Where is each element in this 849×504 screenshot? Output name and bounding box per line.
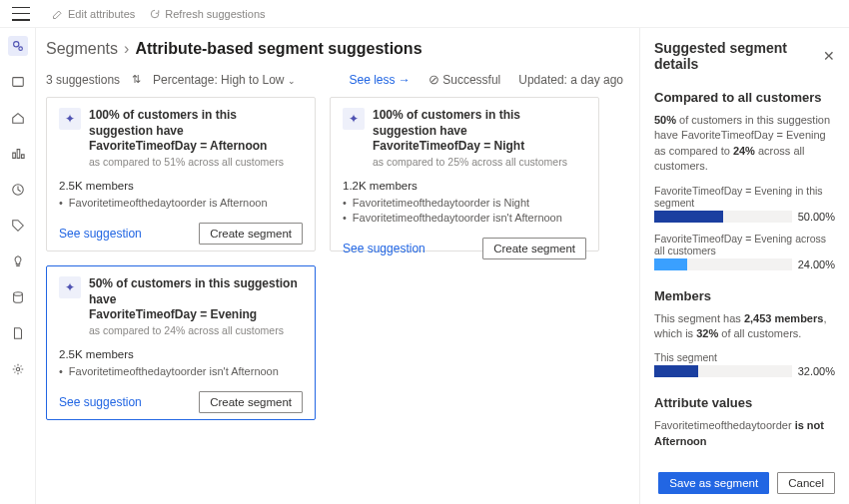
bar1-value: 50.00%	[798, 211, 835, 223]
home-icon	[11, 111, 25, 125]
chevron-right-icon: ›	[118, 40, 135, 57]
segment-icon: ✦	[343, 108, 365, 130]
card-bullet: Favoritetimeofthedaytoorder isn't Aftern…	[343, 211, 586, 226]
t: 24%	[733, 145, 755, 157]
compared-text: 50% of customers in this suggestion have…	[654, 113, 835, 175]
see-less-link[interactable]: See less →	[350, 73, 411, 87]
tag-icon	[11, 219, 25, 233]
card-members: 1.2K members	[343, 180, 586, 192]
page-body: Segments›Attribute-based segment suggest…	[36, 28, 639, 504]
sort-dropdown[interactable]: Percentage: High to Low ⌄	[153, 73, 296, 87]
compared-heading: Compared to all customers	[654, 90, 835, 105]
nav-item-3[interactable]	[8, 144, 28, 164]
bar3-value: 32.00%	[798, 365, 835, 377]
data-icon	[11, 290, 25, 304]
see-suggestion-link[interactable]: See suggestion	[343, 242, 425, 255]
gear-icon	[11, 362, 25, 376]
see-suggestion-link[interactable]: See suggestion	[59, 227, 142, 241]
chevron-down-icon: ⌄	[288, 76, 296, 86]
sort-label: Percentage: High to Low	[153, 73, 284, 87]
nav-item-1[interactable]	[8, 72, 28, 92]
close-icon[interactable]: ✕	[823, 48, 835, 64]
svg-point-4	[13, 292, 22, 296]
nav-item-0[interactable]	[8, 36, 28, 56]
bar2-fill	[654, 258, 687, 270]
breadcrumb: Segments›Attribute-based segment suggest…	[46, 40, 623, 58]
card-bullet: Favoritetimeofthedaytoorder is Afternoon	[59, 196, 303, 211]
bar2	[654, 258, 792, 270]
content-row: Segments›Attribute-based segment suggest…	[36, 28, 849, 504]
create-segment-button[interactable]: Create segment	[199, 391, 303, 413]
edit-attributes-link[interactable]: Edit attributes	[52, 8, 135, 20]
attr-heading: Attribute values	[654, 395, 835, 410]
attr-text: Favoritetimeofthedaytoorder is not After…	[654, 418, 835, 449]
updated-label: Updated: a day ago	[518, 73, 623, 87]
nav-item-9[interactable]	[8, 359, 28, 379]
cancel-button[interactable]: Cancel	[777, 472, 835, 494]
segment-icon: ✦	[59, 276, 81, 298]
suggestion-card-selected[interactable]: ✦ 50% of customers in this suggestion ha…	[46, 265, 316, 420]
svg-point-1	[18, 47, 22, 51]
bar3-row: 32.00%	[654, 365, 835, 377]
t: 2,453 members	[744, 312, 824, 324]
card-title-l2: FavoriteTimeofDay = Evening	[89, 307, 257, 321]
card-subtitle: as compared to 51% across all customers	[89, 156, 303, 168]
members-heading: Members	[654, 288, 835, 303]
hamburger-icon[interactable]	[12, 7, 30, 21]
bar3-label: This segment	[654, 351, 835, 363]
bar2-label: FavoriteTimeofDay = Evening across all c…	[654, 233, 835, 256]
card-title-l2: FavoriteTimeofDay = Night	[373, 139, 524, 153]
nav-item-8[interactable]	[8, 323, 28, 343]
members-text: This segment has 2,453 members, which is…	[654, 311, 835, 342]
save-as-segment-button[interactable]: Save as segment	[658, 472, 769, 494]
card-members: 2.5K members	[59, 180, 303, 192]
cards-container: ✦ 100% of customers in this suggestion h…	[46, 97, 623, 420]
clock-icon	[11, 183, 25, 197]
side-nav	[0, 28, 36, 504]
breadcrumb-root[interactable]: Segments	[46, 40, 118, 57]
bar2-value: 24.00%	[798, 258, 835, 270]
bar3-fill	[654, 365, 698, 377]
nav-item-7[interactable]	[8, 287, 28, 307]
card-title-l1: 100% of customers in this suggestion hav…	[373, 108, 520, 138]
bar1-label: FavoriteTimeofDay = Evening in this segm…	[654, 185, 835, 209]
card-bullet: Favoritetimeofthedaytoorder is Night	[343, 196, 586, 211]
create-segment-button[interactable]: Create segment	[482, 238, 586, 259]
panel-title: Suggested segment details	[654, 40, 823, 72]
sort-icon[interactable]: ⇅	[132, 73, 141, 86]
bar1-row: 50.00%	[654, 211, 835, 223]
card-icon	[11, 75, 25, 89]
see-less-label: See less	[350, 73, 396, 87]
nav-item-5[interactable]	[8, 216, 28, 236]
status-label: Successful	[442, 73, 500, 87]
doc-icon	[11, 326, 25, 340]
refresh-link[interactable]: Refresh suggestions	[149, 8, 265, 20]
card-title-l1: 50% of customers in this suggestion have	[89, 276, 298, 306]
bar1-fill	[654, 211, 723, 223]
svg-rect-2	[12, 78, 23, 87]
bar3	[654, 365, 792, 377]
card-subtitle: as compared to 24% across all customers	[89, 324, 303, 336]
t: 50%	[654, 114, 676, 126]
svg-point-5	[16, 367, 20, 371]
top-toolbar: Edit attributes Refresh suggestions	[0, 0, 849, 28]
refresh-label: Refresh suggestions	[165, 8, 265, 20]
nav-item-6[interactable]	[8, 252, 28, 271]
suggestion-card[interactable]: ✦ 100% of customers in this suggestion h…	[46, 97, 316, 252]
t: of all customers.	[718, 327, 801, 339]
bar1	[654, 211, 792, 223]
edit-attributes-label: Edit attributes	[68, 8, 135, 20]
card-bullet: Favoritetimeofthedaytoorder isn't Aftern…	[59, 364, 303, 379]
see-suggestion-link[interactable]: See suggestion	[59, 395, 142, 409]
card-title-l2: FavoriteTimeofDay = Afternoon	[89, 139, 267, 153]
card-members: 2.5K members	[59, 348, 303, 360]
page-title: Attribute-based segment suggestions	[135, 40, 422, 57]
card-subtitle: as compared to 25% across all customers	[373, 156, 586, 168]
suggestion-card[interactable]: ✦ 100% of customers in this suggestion h…	[330, 97, 599, 252]
nav-item-2[interactable]	[8, 108, 28, 128]
nav-item-4[interactable]	[8, 180, 28, 200]
bars-icon	[11, 147, 25, 161]
segments-icon	[11, 39, 25, 53]
check-icon: ⊘	[428, 72, 439, 87]
create-segment-button[interactable]: Create segment	[199, 223, 303, 245]
